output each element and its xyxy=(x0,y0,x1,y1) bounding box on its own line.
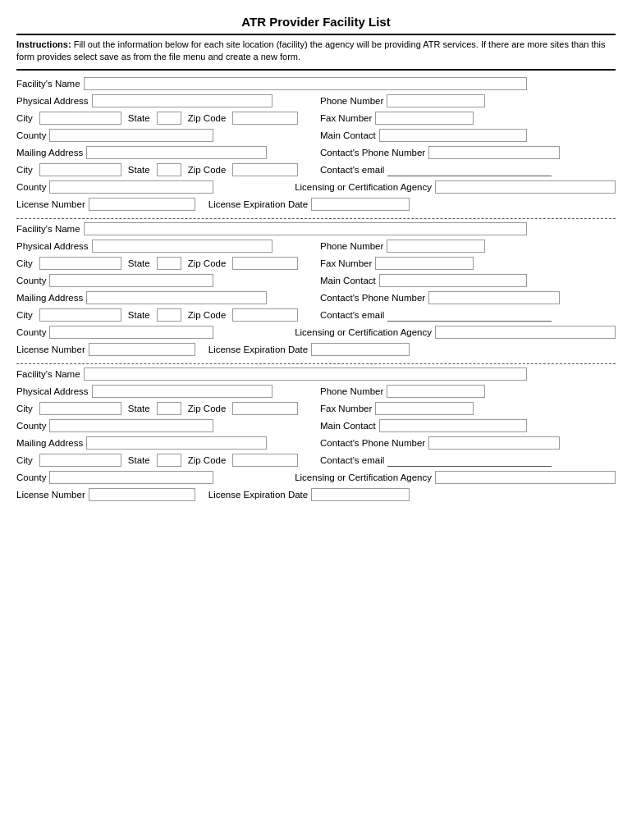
contact-phone-label-3: Contact's Phone Number xyxy=(320,438,425,448)
zip-input-1[interactable] xyxy=(232,112,298,125)
fax-label-3: Fax Number xyxy=(320,404,372,413)
zip-label-3: Zip Code xyxy=(188,404,227,413)
mail-cphone-row-1: Mailing Address Contact's Phone Number xyxy=(16,146,616,159)
city2-label-1: City xyxy=(16,165,33,175)
contact-email-label-3: Contact's email xyxy=(320,455,384,465)
state-input-2[interactable] xyxy=(157,257,181,270)
lic-exp-label-3: License Expiration Date xyxy=(208,490,308,500)
mailing-address-input-1[interactable] xyxy=(86,146,267,159)
phone-number-input-1[interactable] xyxy=(387,94,485,107)
facility-name-input-3[interactable] xyxy=(84,368,527,381)
fax-input-2[interactable] xyxy=(375,257,474,270)
mailing-address-input-2[interactable] xyxy=(86,291,267,304)
state2-input-1[interactable] xyxy=(157,163,181,176)
physical-address-label-2: Physical Address xyxy=(16,241,89,251)
lic-exp-input-1[interactable] xyxy=(311,198,410,211)
state2-input-3[interactable] xyxy=(157,454,181,467)
lic-num-label-3: License Number xyxy=(16,490,85,500)
physical-address-input-2[interactable] xyxy=(92,240,272,253)
city-fax-row-1: City State Zip Code Fax Number xyxy=(16,112,616,125)
facility-name-row-3: Facility's Name xyxy=(16,368,616,381)
city-input-1[interactable] xyxy=(39,112,121,125)
county-input-3[interactable] xyxy=(49,419,213,432)
city2-email-row-2: City State Zip Code Contact's email xyxy=(16,308,616,322)
mailing-address-input-3[interactable] xyxy=(86,436,267,450)
lic-num-input-3[interactable] xyxy=(89,488,195,501)
facility-name-row-2: Facility's Name xyxy=(16,222,616,235)
state2-label-3: State xyxy=(128,455,150,465)
phone-number-label-3: Phone Number xyxy=(320,386,383,396)
fax-input-1[interactable] xyxy=(375,112,474,125)
state2-input-2[interactable] xyxy=(157,308,181,322)
zip2-input-2[interactable] xyxy=(232,308,298,322)
zip2-label-1: Zip Code xyxy=(188,165,227,175)
contact-email-input-1[interactable] xyxy=(387,163,552,176)
county-input-2[interactable] xyxy=(49,274,213,287)
city2-input-3[interactable] xyxy=(39,454,121,467)
facility-block-3: Facility's Name Physical Address Phone N… xyxy=(16,368,616,509)
main-contact-input-3[interactable] xyxy=(379,419,527,432)
facility-block-1: Facility's Name Physical Address Phone N… xyxy=(16,77,616,219)
zip-input-3[interactable] xyxy=(232,402,298,415)
facility-name-label-1: Facility's Name xyxy=(16,79,80,89)
zip-label-2: Zip Code xyxy=(188,258,227,268)
facility-name-input-2[interactable] xyxy=(84,222,527,235)
lic-num-input-1[interactable] xyxy=(89,198,195,211)
county2-input-1[interactable] xyxy=(49,180,213,194)
zip-input-2[interactable] xyxy=(232,257,298,270)
main-contact-input-2[interactable] xyxy=(379,274,527,287)
county2-label-1: County xyxy=(16,182,46,192)
contact-phone-input-2[interactable] xyxy=(428,291,560,304)
lic-exp-input-2[interactable] xyxy=(311,343,410,356)
contact-phone-input-3[interactable] xyxy=(428,436,560,450)
city2-input-1[interactable] xyxy=(39,163,121,176)
lic-cert-input-2[interactable] xyxy=(435,326,616,339)
state-label-3: State xyxy=(128,404,150,413)
zip-label-1: Zip Code xyxy=(188,113,227,123)
state2-label-1: State xyxy=(128,165,150,175)
county2-label-3: County xyxy=(16,472,46,482)
zip2-input-3[interactable] xyxy=(232,454,298,467)
city-input-2[interactable] xyxy=(39,257,121,270)
zip2-input-1[interactable] xyxy=(232,163,298,176)
county2-label-2: County xyxy=(16,327,46,337)
instructions-bold: Instructions: xyxy=(16,39,71,49)
physical-address-label-3: Physical Address xyxy=(16,386,89,396)
state-input-1[interactable] xyxy=(157,112,181,125)
county2-cert-row-2: County Licensing or Certification Agency xyxy=(16,326,616,339)
county-contact-row-3: County Main Contact xyxy=(16,419,616,432)
physical-address-input-1[interactable] xyxy=(92,94,272,107)
county-contact-row-1: County Main Contact xyxy=(16,129,616,142)
city-input-3[interactable] xyxy=(39,402,121,415)
phys-phone-row-3: Physical Address Phone Number xyxy=(16,385,616,398)
lic-cert-input-1[interactable] xyxy=(435,180,616,194)
lic-num-input-2[interactable] xyxy=(89,343,195,356)
contact-email-input-3[interactable] xyxy=(387,454,552,467)
county-label-2: County xyxy=(16,276,46,285)
city2-email-row-3: City State Zip Code Contact's email xyxy=(16,454,616,467)
lic-row-1: License Number License Expiration Date xyxy=(16,198,616,211)
fax-input-3[interactable] xyxy=(375,402,474,415)
facility-name-input-1[interactable] xyxy=(84,77,527,90)
main-contact-input-1[interactable] xyxy=(379,129,527,142)
phone-number-input-3[interactable] xyxy=(387,385,485,398)
county2-input-2[interactable] xyxy=(49,326,213,339)
lic-cert-input-3[interactable] xyxy=(435,471,616,484)
fax-label-1: Fax Number xyxy=(320,113,372,123)
contact-phone-input-1[interactable] xyxy=(428,146,560,159)
main-contact-label-3: Main Contact xyxy=(320,421,376,431)
contact-email-input-2[interactable] xyxy=(387,308,552,322)
city2-input-2[interactable] xyxy=(39,308,121,322)
county2-cert-row-3: County Licensing or Certification Agency xyxy=(16,471,616,484)
county2-input-3[interactable] xyxy=(49,471,213,484)
lic-exp-input-3[interactable] xyxy=(311,488,410,501)
county-input-1[interactable] xyxy=(49,129,213,142)
lic-cert-label-1: Licensing or Certification Agency xyxy=(295,182,432,192)
city-label-2: City xyxy=(16,258,33,268)
state-label-2: State xyxy=(128,258,150,268)
lic-exp-label-1: License Expiration Date xyxy=(208,199,308,209)
physical-address-input-3[interactable] xyxy=(92,385,272,398)
phone-number-input-2[interactable] xyxy=(387,240,485,253)
instructions: Instructions: Fill out the information b… xyxy=(16,39,616,71)
state-input-3[interactable] xyxy=(157,402,181,415)
